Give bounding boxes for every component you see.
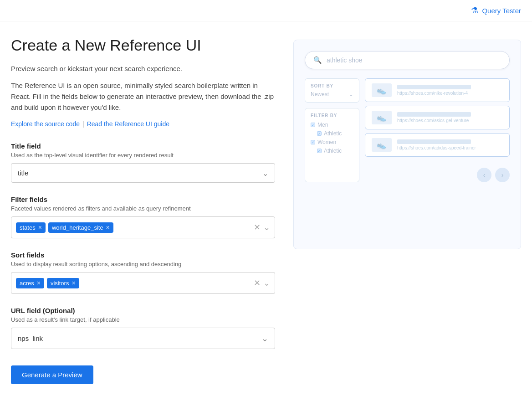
shoe-icon-3: 👟	[377, 140, 387, 150]
pagination-prev-button[interactable]: ‹	[477, 168, 491, 182]
preview-results-list: 👟 https://shoes.com/nike-revolution-4 👟	[365, 78, 510, 182]
source-code-link[interactable]: Explore the source code	[11, 120, 80, 128]
filter-fields-label: Filter fields	[11, 195, 275, 203]
filter-tag-world-heritage: world_heritage_site ×	[48, 222, 113, 233]
preview-filter-men-label: Men	[317, 122, 328, 128]
shoe-icon-2: 👟	[377, 113, 387, 123]
preview-result-url-1: https://shoes.com/nike-revolution-4	[397, 91, 503, 96]
url-field-select[interactable]: nps_link url link	[11, 328, 275, 349]
preview-result-info-3: https://shoes.com/adidas-speed-trainer	[397, 139, 503, 150]
preview-filter-athletic-women-label: Athletic	[324, 148, 342, 154]
sort-input-controls: ✕ ⌄	[254, 279, 270, 287]
filter-chevron-icon[interactable]: ⌄	[263, 223, 270, 231]
preview-filter-card: FILTER BY Men Athletic Women	[305, 108, 359, 182]
preview-result-thumb-3: 👟	[372, 138, 392, 152]
filter-fields-section: Filter fields Faceted values rendered as…	[11, 195, 275, 238]
preview-filter-label: FILTER BY	[311, 113, 353, 118]
title-field-desc: Used as the top-level visual identifier …	[11, 152, 275, 159]
preview-filter-men: Men	[311, 122, 353, 128]
preview-checkbox-men	[311, 123, 315, 127]
url-field-label: URL field (Optional)	[11, 307, 275, 314]
preview-filter-athletic-men: Athletic	[311, 130, 353, 137]
preview-sort-select: Newest ⌄	[311, 91, 353, 98]
filter-tag-world-heritage-close[interactable]: ×	[106, 224, 110, 231]
preview-checkbox-athletic-men	[317, 131, 322, 136]
filter-input-controls: ✕ ⌄	[254, 223, 270, 231]
preview-result-url-2: https://shoes.com/asics-gel-venture	[397, 118, 503, 123]
sort-fields-section: Sort fields Used to display result sorti…	[11, 251, 275, 294]
query-tester-label: Query Tester	[482, 7, 521, 15]
preview-result-info-1: https://shoes.com/nike-revolution-4	[397, 85, 503, 96]
sort-fields-input[interactable]: acres × visitors × ✕ ⌄	[11, 272, 275, 294]
title-field-select-wrapper: title ⌄	[11, 163, 275, 183]
preview-result-info-2: https://shoes.com/asics-gel-venture	[397, 112, 503, 123]
sort-tag-acres: acres ×	[16, 278, 44, 288]
preview-search-icon: 🔍	[313, 56, 322, 64]
preview-result-url-3: https://shoes.com/adidas-speed-trainer	[397, 145, 503, 150]
shoe-icon-1: 👟	[377, 85, 387, 95]
preview-sort-value: Newest	[311, 91, 329, 98]
url-field-desc: Used as a result's link target, if appli…	[11, 316, 275, 323]
pagination-next-button[interactable]: ›	[495, 168, 510, 182]
sort-tag-visitors: visitors ×	[47, 278, 79, 288]
preview-sort-card: SORT BY Newest ⌄	[305, 78, 359, 103]
preview-filter-women: Women	[311, 139, 353, 145]
preview-filter-athletic-men-label: Athletic	[324, 130, 342, 137]
preview-search-bar: 🔍 athletic shoe	[305, 51, 510, 69]
generate-preview-button[interactable]: Generate a Preview	[11, 365, 93, 384]
preview-result-item-2: 👟 https://shoes.com/asics-gel-venture	[365, 106, 510, 129]
description: The Reference UI is an open source, mini…	[11, 80, 275, 113]
preview-card: 🔍 athletic shoe SORT BY Newest ⌄	[293, 40, 521, 249]
preview-filter-athletic-women: Athletic	[311, 148, 353, 154]
filter-clear-icon[interactable]: ✕	[254, 223, 261, 231]
flask-icon: ⚗	[471, 5, 478, 15]
right-panel: 🔍 athletic shoe SORT BY Newest ⌄	[293, 36, 521, 384]
sort-fields-label: Sort fields	[11, 251, 275, 259]
filter-fields-input[interactable]: states × world_heritage_site × ✕ ⌄	[11, 216, 275, 238]
title-field-label: Title field	[11, 142, 275, 150]
url-field-section: URL field (Optional) Used as a result's …	[11, 307, 275, 349]
preview-result-item-1: 👟 https://shoes.com/nike-revolution-4	[365, 78, 510, 102]
preview-result-item-3: 👟 https://shoes.com/adidas-speed-trainer	[365, 133, 510, 157]
subtitle: Preview search or kickstart your next se…	[11, 64, 275, 74]
query-tester-button[interactable]: ⚗ Query Tester	[471, 5, 521, 15]
sort-chevron-icon[interactable]: ⌄	[263, 279, 270, 287]
preview-pagination: ‹ ›	[365, 168, 510, 182]
preview-checkbox-athletic-women	[317, 149, 322, 153]
header: ⚗ Query Tester	[0, 0, 532, 21]
preview-checkbox-women	[311, 140, 315, 144]
link-separator: |	[82, 120, 84, 128]
url-field-select-wrapper: nps_link url link ⌄	[11, 328, 275, 349]
preview-result-thumb-1: 👟	[372, 83, 392, 97]
filter-fields-desc: Faceted values rendered as filters and a…	[11, 205, 275, 212]
sort-fields-desc: Used to display result sorting options, …	[11, 261, 275, 267]
preview-search-placeholder: athletic shoe	[327, 57, 363, 64]
preview-content-row: SORT BY Newest ⌄ FILTER BY Men	[305, 78, 510, 182]
title-field-section: Title field Used as the top-level visual…	[11, 142, 275, 183]
title-field-select[interactable]: title	[11, 164, 275, 182]
page-title: Create a New Reference UI	[11, 36, 275, 55]
sort-tag-visitors-close[interactable]: ×	[72, 280, 75, 286]
left-panel: Create a New Reference UI Preview search…	[11, 36, 275, 384]
preview-result-title-1	[397, 85, 471, 89]
links-row: Explore the source code | Read the Refer…	[11, 120, 275, 128]
preview-result-title-3	[397, 139, 471, 144]
filter-tag-states-close[interactable]: ×	[38, 224, 42, 231]
filter-tag-states: states ×	[16, 222, 46, 233]
sort-clear-icon[interactable]: ✕	[254, 279, 261, 287]
preview-filter-women-label: Women	[317, 139, 336, 145]
preview-result-title-2	[397, 112, 471, 117]
main-container: Create a New Reference UI Preview search…	[0, 21, 532, 399]
sort-tag-acres-close[interactable]: ×	[37, 280, 41, 286]
reference-ui-guide-link[interactable]: Read the Reference UI guide	[87, 120, 169, 128]
preview-result-thumb-2: 👟	[372, 111, 392, 124]
preview-sidebar: SORT BY Newest ⌄ FILTER BY Men	[305, 78, 359, 182]
preview-sort-label: SORT BY	[311, 83, 353, 88]
preview-sort-chevron-icon: ⌄	[349, 91, 353, 98]
